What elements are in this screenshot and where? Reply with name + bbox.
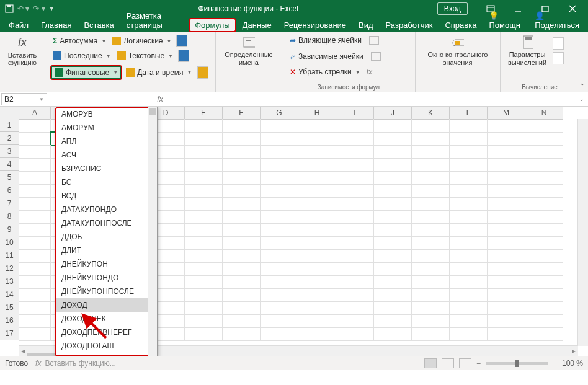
cell[interactable] (525, 275, 563, 289)
cell[interactable] (374, 171, 412, 185)
column-header[interactable]: A (19, 107, 51, 120)
row-header[interactable]: 4 (0, 158, 19, 171)
column-header[interactable]: I (336, 107, 374, 120)
cell[interactable] (450, 119, 488, 133)
cell[interactable] (261, 327, 298, 341)
cell[interactable] (412, 145, 450, 159)
cell[interactable] (450, 301, 488, 315)
cell[interactable] (374, 288, 412, 302)
cell[interactable] (261, 275, 298, 289)
cell[interactable] (19, 158, 51, 172)
cell[interactable] (261, 132, 298, 146)
cell[interactable] (374, 210, 412, 224)
column-header[interactable]: L (450, 107, 488, 120)
column-header[interactable]: K (412, 107, 450, 120)
dropdown-item[interactable]: АМОРУМ (55, 121, 157, 135)
math-icon[interactable] (178, 50, 189, 62)
cell[interactable] (19, 197, 51, 211)
cell[interactable] (525, 171, 563, 185)
cell[interactable] (450, 145, 488, 159)
trace-dependents-button[interactable]: ⬀Зависимые ячейки (287, 51, 410, 62)
page-break-view-button[interactable] (459, 358, 471, 368)
cell[interactable] (336, 262, 374, 276)
cell[interactable] (336, 145, 374, 159)
cell[interactable] (336, 171, 374, 185)
cell[interactable] (223, 158, 261, 172)
login-button[interactable]: Вход (437, 2, 468, 15)
cell[interactable] (450, 223, 488, 237)
cell[interactable] (19, 327, 51, 341)
cell[interactable] (298, 236, 336, 250)
zoom-slider[interactable] (486, 362, 548, 365)
cell[interactable] (525, 119, 563, 133)
row-header[interactable]: 2 (0, 132, 19, 145)
cell[interactable] (261, 184, 298, 198)
cell[interactable] (261, 301, 298, 315)
cell[interactable] (223, 301, 261, 315)
dropdown-item[interactable]: ДОХОДПЕРВНЕРЕГ (55, 325, 157, 339)
row-header[interactable]: 17 (0, 327, 19, 340)
cell[interactable] (185, 197, 223, 211)
row-header[interactable]: 8 (0, 210, 19, 223)
cell[interactable] (374, 314, 412, 328)
cell[interactable] (298, 314, 336, 328)
cell[interactable] (261, 119, 298, 133)
cell[interactable] (261, 171, 298, 185)
cell[interactable] (185, 327, 223, 341)
autosum-button[interactable]: ΣАвтосумма▼ (50, 35, 109, 47)
cell[interactable] (223, 197, 261, 211)
cell[interactable] (488, 119, 525, 133)
tab-главная[interactable]: Главная (35, 18, 78, 32)
cell[interactable] (19, 132, 51, 146)
cell[interactable] (450, 327, 488, 341)
cell[interactable] (223, 249, 261, 263)
cell[interactable] (412, 249, 450, 263)
cell[interactable] (450, 197, 488, 211)
cell[interactable] (525, 184, 563, 198)
dropdown-item[interactable]: БС (55, 175, 157, 189)
cell[interactable] (261, 314, 298, 328)
tab-вид[interactable]: Вид (352, 18, 380, 32)
cell[interactable] (298, 145, 336, 159)
cell[interactable] (374, 327, 412, 341)
cell[interactable] (185, 145, 223, 159)
name-box[interactable]: B2▼ (1, 93, 47, 105)
cell[interactable] (298, 288, 336, 302)
cell[interactable] (374, 223, 412, 237)
cell[interactable] (412, 301, 450, 315)
dropdown-item[interactable]: ДОХОД (55, 298, 157, 312)
cell[interactable] (525, 132, 563, 146)
row-header[interactable]: 15 (0, 301, 19, 314)
financial-button[interactable]: Финансовые▼ (51, 66, 121, 79)
cell[interactable] (223, 132, 261, 146)
tab-вставка[interactable]: Вставка (78, 18, 120, 32)
logical-button[interactable]: Логические▼ (110, 35, 174, 47)
cell[interactable] (525, 314, 563, 328)
cell[interactable] (298, 132, 336, 146)
cell[interactable] (412, 288, 450, 302)
dropdown-item[interactable]: ДОХОДКЧЕК (55, 312, 157, 325)
cell[interactable] (185, 132, 223, 146)
calc-now-icon[interactable] (553, 37, 564, 50)
cell[interactable] (412, 262, 450, 276)
row-header[interactable]: 14 (0, 288, 19, 301)
cell[interactable] (412, 184, 450, 198)
cell[interactable] (19, 288, 51, 302)
cell[interactable] (488, 275, 525, 289)
cell[interactable] (185, 275, 223, 289)
cell[interactable] (298, 184, 336, 198)
cell[interactable] (374, 197, 412, 211)
cell[interactable] (374, 236, 412, 250)
cell[interactable] (185, 301, 223, 315)
cell[interactable] (450, 236, 488, 250)
cell[interactable] (525, 262, 563, 276)
cell[interactable] (19, 119, 51, 133)
cell[interactable] (185, 171, 223, 185)
row-header[interactable]: 16 (0, 314, 19, 327)
cell[interactable] (336, 119, 374, 133)
row-header[interactable]: 9 (0, 223, 19, 236)
cell[interactable] (223, 184, 261, 198)
cell[interactable] (223, 327, 261, 341)
cell[interactable] (450, 132, 488, 146)
cell[interactable] (450, 288, 488, 302)
